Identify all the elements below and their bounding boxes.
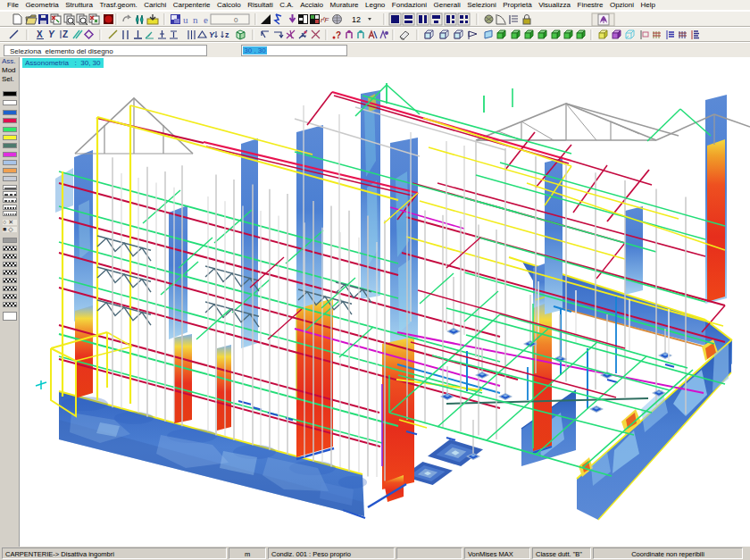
svg-text:u: u (183, 14, 188, 25)
svg-text:Y: Y (48, 29, 55, 39)
svg-text:n: n (193, 14, 198, 25)
svg-text:?: ? (336, 30, 341, 40)
svg-text:X: X (37, 29, 43, 39)
svg-text:rfF: rfF (321, 16, 329, 24)
svg-text:Z: Z (62, 29, 68, 39)
svg-text:e: e (204, 14, 208, 25)
svg-text:z: z (225, 30, 229, 39)
svg-text:Y: Y (209, 30, 215, 39)
svg-text:0: 0 (234, 16, 238, 24)
svg-text:12: 12 (352, 15, 361, 24)
